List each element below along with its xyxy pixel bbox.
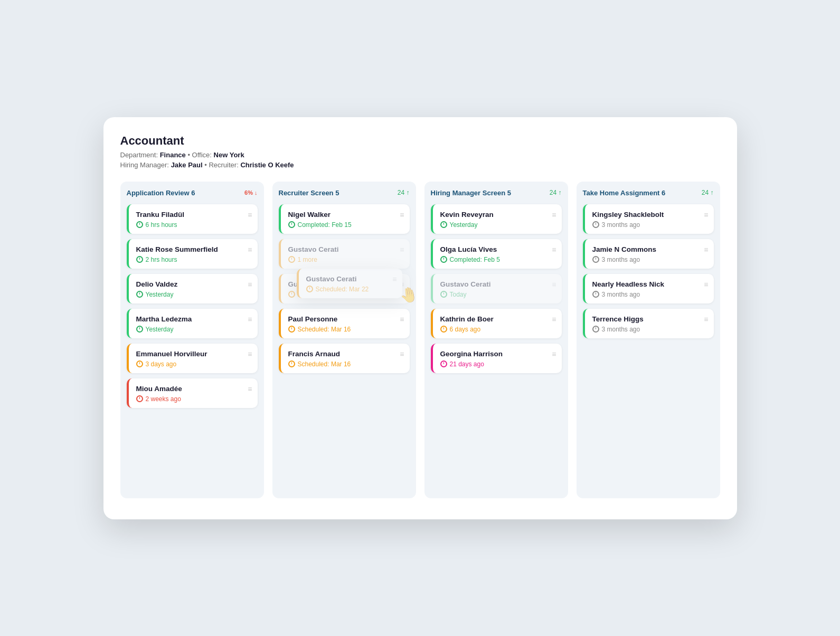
candidate-name: Francis Arnaud [288, 350, 404, 358]
card-status: 3 months ago [592, 326, 709, 333]
card-menu-icon[interactable]: ≡ [400, 315, 404, 324]
card-status: Completed: Feb 15 [288, 221, 404, 229]
card-status: 2 hrs hours [136, 256, 252, 263]
card-status: 3 days ago [136, 360, 252, 368]
candidate-name: Katie Rose Summerfield [136, 245, 252, 253]
card-status: 3 months ago [592, 221, 709, 229]
job-title: Accountant [120, 134, 720, 148]
card-martha-ledezma[interactable]: ≡ Martha Ledezma Yesterday [127, 309, 258, 338]
card-terrence-higgs[interactable]: ≡ Terrence Higgs 3 months ago [583, 309, 714, 338]
candidate-name: Jamie N Commons [592, 245, 709, 253]
candidate-name: Gustavo Cerati [440, 280, 556, 288]
candidate-name: Olga Lucía Vives [440, 245, 556, 253]
column-meta-hiring-manager: 24 ↑ [550, 189, 562, 196]
candidate-name: Kathrin de Boer [440, 315, 556, 323]
card-kathrin-de-boer[interactable]: ≡ Kathrin de Boer 6 days ago [431, 309, 562, 338]
candidate-name: Georgina Harrison [440, 350, 556, 358]
card-menu-icon[interactable]: ≡ [552, 315, 556, 324]
department-label: Department: [120, 151, 158, 159]
column-meta-recruiter-screen: 24 ↑ [398, 189, 410, 196]
candidate-name: Nearly Headless Nick [592, 280, 709, 288]
card-menu-icon[interactable]: ≡ [400, 211, 404, 219]
card-menu-icon: ≡ [392, 275, 397, 283]
candidate-name: Martha Ledezma [136, 315, 252, 323]
clock-icon [288, 221, 295, 228]
office-label: Office: [192, 151, 212, 159]
pct-badge-application-review: 6% ↓ [244, 189, 257, 196]
card-menu-icon[interactable]: ≡ [248, 280, 252, 289]
card-menu-icon[interactable]: ≡ [704, 315, 708, 324]
card-menu-icon[interactable]: ≡ [704, 245, 708, 254]
card-status: 3 months ago [592, 256, 709, 263]
job-manager-meta: Hiring Manager: Jake Paul • Recruiter: C… [120, 161, 720, 169]
card-menu-icon: ≡ [400, 245, 404, 254]
column-meta-application-review: 6% ↓ [244, 189, 257, 196]
card-status: 2 weeks ago [136, 395, 252, 403]
card-status: 3 months ago [592, 291, 709, 298]
card-katie-summerfield[interactable]: ≡ Katie Rose Summerfield 2 hrs hours [127, 239, 258, 269]
card-miou-amadee[interactable]: ≡ Miou Amadée 2 weeks ago [127, 378, 258, 408]
clock-icon [440, 221, 447, 228]
manager-label: Hiring Manager: [120, 161, 169, 169]
column-title-application-review: Application Review 6 [127, 189, 195, 197]
clock-icon [440, 326, 447, 333]
recruiter-label: Recruiter: [209, 161, 238, 169]
clock-icon [136, 326, 143, 333]
column-recruiter-screen: Recruiter Screen 5 24 ↑ ≡ Nigel Walker C… [272, 182, 416, 498]
card-francis-arnaud[interactable]: ≡ Francis Arnaud Scheduled: Mar 16 [279, 344, 410, 373]
card-menu-icon[interactable]: ≡ [704, 280, 708, 289]
card-menu-icon[interactable]: ≡ [552, 350, 556, 358]
card-status: Scheduled: Mar 16 [288, 326, 404, 333]
card-emmanuel-horvilleur[interactable]: ≡ Emmanuel Horvilleur 3 days ago [127, 344, 258, 373]
cursor-hand-icon: 🤚 [398, 284, 419, 305]
candidate-name: Miou Amadée [136, 385, 252, 393]
card-kevin-reveyran[interactable]: ≡ Kevin Reveyran Yesterday [431, 204, 562, 234]
card-menu-icon[interactable]: ≡ [248, 350, 252, 358]
main-card: Accountant Department: Finance • Office:… [103, 117, 737, 519]
candidate-name: Tranku Filadül [136, 211, 252, 219]
card-menu-icon[interactable]: ≡ [248, 315, 252, 324]
department-value: Finance [160, 151, 186, 159]
card-menu-icon[interactable]: ≡ [248, 211, 252, 219]
clock-icon [288, 326, 295, 333]
column-application-review: Application Review 6 6% ↓ ≡ Tranku Filad… [120, 182, 264, 498]
card-status: 6 days ago [440, 326, 556, 333]
column-take-home-assignment: Take Home Assignment 6 24 ↑ ≡ Kingsley S… [577, 182, 720, 498]
clock-icon [288, 291, 295, 298]
card-nearly-headless-nick[interactable]: ≡ Nearly Headless Nick 3 months ago [583, 274, 714, 303]
column-header-recruiter-screen: Recruiter Screen 5 24 ↑ [279, 189, 410, 197]
card-status: 1 more [288, 256, 404, 263]
card-paul-personne[interactable]: ≡ Paul Personne Scheduled: Mar 16 [279, 309, 410, 338]
card-nigel-walker[interactable]: ≡ Nigel Walker Completed: Feb 15 [279, 204, 410, 234]
card-menu-icon[interactable]: ≡ [248, 245, 252, 254]
clock-icon [592, 256, 599, 263]
card-menu-icon[interactable]: ≡ [552, 245, 556, 254]
card-menu-icon[interactable]: ≡ [400, 350, 404, 358]
card-olga-vives[interactable]: ≡ Olga Lucía Vives Completed: Feb 5 [431, 239, 562, 269]
clock-icon [288, 256, 295, 263]
card-status: 21 days ago [440, 360, 556, 368]
card-jamie-commons[interactable]: ≡ Jamie N Commons 3 months ago [583, 239, 714, 269]
card-status: Scheduled: Mar 16 [288, 360, 404, 368]
clock-icon [440, 291, 447, 298]
drag-popup: ≡ Gustavo Cerati Scheduled: Mar 22 🤚 [297, 269, 402, 298]
candidate-name: Paul Personne [288, 315, 404, 323]
card-menu-icon[interactable]: ≡ [704, 211, 708, 219]
clock-icon [440, 256, 447, 263]
card-gustavo-ghost-2: ≡ Gustavo Cerati 2 Selected ≡ Gustavo Ce… [279, 274, 410, 303]
column-hiring-manager-screen: Hiring Manager Screen 5 24 ↑ ≡ Kevin Rev… [424, 182, 568, 498]
card-status: Completed: Feb 5 [440, 256, 556, 263]
card-status: 6 hrs hours [136, 221, 252, 229]
card-tranku-filadul[interactable]: ≡ Tranku Filadül 6 hrs hours [127, 204, 258, 234]
clock-icon [136, 256, 143, 263]
column-header-take-home-assignment: Take Home Assignment 6 24 ↑ [583, 189, 714, 197]
card-menu-icon[interactable]: ≡ [248, 385, 252, 393]
candidate-name: Gustavo Cerati [288, 245, 404, 253]
card-status: Yesterday [440, 221, 556, 229]
card-kingsley-shacklebolt[interactable]: ≡ Kingsley Shacklebolt 3 months ago [583, 204, 714, 234]
card-menu-icon[interactable]: ≡ [552, 211, 556, 219]
card-delio-valdez[interactable]: ≡ Delio Valdez Yesterday [127, 274, 258, 303]
recruiter-value: Christie O Keefe [240, 161, 294, 169]
candidate-name: Kingsley Shacklebolt [592, 211, 709, 219]
card-georgina-harrison[interactable]: ≡ Georgina Harrison 21 days ago [431, 344, 562, 373]
